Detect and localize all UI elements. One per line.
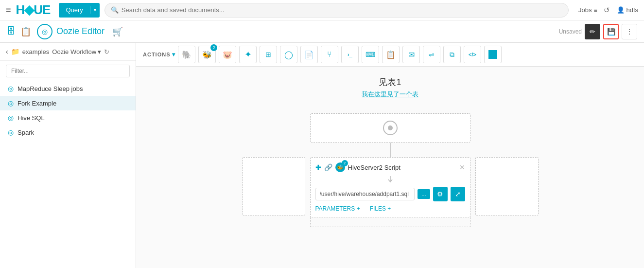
toolbar-pig-btn[interactable]: 🐷 [219,46,236,63]
copy-doc-icon[interactable]: 📋 [20,26,31,37]
query-button-label[interactable]: Query [59,6,90,14]
hive-link-icon[interactable]: 🔗 [324,163,332,171]
query-button[interactable]: Query ▾ [59,3,99,18]
sidebar-list: ◎ MapReduce Sleep jobs ◎ Fork Example ◎ … [0,81,136,140]
workflow-title: 见表1 [146,76,634,88]
fs-icon: ◯ [284,50,293,59]
hdfs-doc-icon: 📄 [304,50,314,59]
hive-path-input[interactable] [315,188,415,200]
nav-right: Jobs ≡ ↺ 👤 hdfs [578,6,638,15]
hive-badge: 2 [210,44,217,51]
sidebar-item-label-3: Spark [17,129,34,136]
workflow-subtitle[interactable]: 我在这里见了一个表 [146,90,634,99]
toolbar-shell-btn[interactable]: ›_ [341,46,359,63]
toolbar: ACTIONS ▾ 🐘 🐝 2 🐷 ✦ ⊞ [136,43,644,67]
sidebar-item-0[interactable]: ◎ MapReduce Sleep jobs [0,81,136,96]
start-circle-icon [383,121,398,135]
hive-files-link[interactable]: FILES + [370,205,391,212]
sidebar-item-2[interactable]: ◎ Hive SQL [0,110,136,125]
generic-code-icon: </> [469,52,476,57]
jobs-link[interactable]: Jobs ≡ [578,6,597,14]
toolbar-doc-btn[interactable]: 📋 [382,46,400,63]
more-options-button[interactable]: ⋮ [622,24,637,39]
breadcrumb: examples [22,48,50,55]
shopping-icon[interactable]: 🛒 [112,26,123,37]
bottom-connector [310,217,470,227]
toolbar-kill-btn[interactable] [484,46,502,63]
back-arrow-icon[interactable]: ‹ [6,48,8,55]
toolbar-fs-btn[interactable]: ◯ [280,46,297,63]
toolbar-distcp-btn[interactable]: ⊞ [260,46,277,63]
git-fork-icon: ⑂ [327,50,332,59]
toolbar-ssh-btn[interactable]: ⌨ [362,46,379,63]
filter-input[interactable] [6,65,130,77]
hive-parameters-link[interactable]: PARAMETERS + [315,205,360,212]
refresh-icon[interactable]: ↻ [104,48,109,55]
oozie-workflow-icon: ◎ [37,24,52,39]
hamburger-icon[interactable]: ≡ [6,5,11,15]
mr-elephant-icon: 🐘 [182,50,191,59]
toolbar-subwf-btn[interactable]: ⇌ [423,46,440,63]
toolbar-copy-btn[interactable]: ⧉ [443,46,461,63]
sidebar-item-label-1: Fork Example [17,100,56,107]
actions-chevron: ▾ [172,51,175,58]
hive-close-icon[interactable]: ✕ [459,163,465,171]
content-area: ACTIONS ▾ 🐘 🐝 2 🐷 ✦ ⊞ [136,43,644,268]
save-button[interactable]: 💾 [603,24,619,39]
unsaved-label: Unsaved [559,28,582,35]
sidebar-item-icon-0: ◎ [8,85,14,92]
ssh-keyboard-icon: ⌨ [366,51,375,58]
hive-server-node: ✚ 🔗 🐝 2 HiveServer2 Script ✕ [310,157,470,217]
sidebar-item-icon-2: ◎ [8,114,14,122]
user-icon: 👤 [617,6,625,14]
actions-button[interactable]: ACTIONS ▾ [143,51,175,58]
fork-left-node [242,157,305,215]
edit-button[interactable]: ✏ [585,24,600,39]
search-input[interactable] [122,6,562,14]
search-bar: 🔍 [104,3,569,18]
database-icon[interactable]: 🗄 [7,26,16,37]
toolbar-email-btn[interactable]: ✉ [402,46,420,63]
toolbar-hive-btn[interactable]: 🐝 2 [198,46,216,63]
toolbar-git-btn[interactable]: ⑂ [321,46,338,63]
folder-icon: 📁 [11,48,19,55]
fork-right-node [475,157,539,215]
history-icon[interactable]: ↺ [604,6,610,15]
hive-arrow-icon [385,176,395,184]
second-bar-right: Unsaved ✏ 💾 ⋮ [559,24,637,39]
hive-type-badge: 2 [342,160,348,166]
canvas: 见表1 我在这里见了一个表 [136,67,644,261]
hive-bee-icon: 🐝 [202,50,212,59]
hive-path-browse-btn[interactable]: ... [418,189,430,199]
toolbar-hdfs-btn[interactable]: 📄 [300,46,318,63]
oozie-editor-title: Oozie Editor [56,26,104,36]
kill-icon [488,50,497,59]
hive-expand-btn[interactable]: ⤢ [451,187,465,201]
sidebar-item-icon-1: ◎ [8,99,14,107]
toolbar-spark-btn[interactable]: ✦ [239,46,257,63]
hive-settings-btn[interactable]: ⚙ [433,187,448,201]
logo: H◆UE [16,2,51,18]
second-bar-icons: 🗄 📋 [7,26,31,37]
start-dot [388,125,393,130]
pig-icon: 🐷 [223,50,232,59]
copy-icon: ⧉ [450,51,454,59]
sidebar-item-label-0: MapReduce Sleep jobs [17,85,83,92]
toolbar-generic-btn[interactable]: </> [464,46,481,63]
hive-add-icon[interactable]: ✚ [315,163,321,171]
sidebar-nav: ‹ 📁 examples Oozie Workflow ▾ ↻ [0,43,136,61]
start-node [310,113,470,143]
shell-icon: ›_ [348,52,352,57]
actions-label: ACTIONS [143,52,171,57]
query-dropdown-arrow[interactable]: ▾ [90,7,100,13]
toolbar-mr-btn[interactable]: 🐘 [178,46,195,63]
sidebar-item-3[interactable]: ◎ Spark [0,125,136,140]
distcp-icon: ⊞ [265,51,271,58]
hive-node-title: HiveServer2 Script [348,164,400,171]
user-link[interactable]: 👤 hdfs [617,6,638,14]
workflow-link[interactable]: Oozie Workflow ▾ [52,48,101,55]
sidebar-item-1[interactable]: ◎ Fork Example [0,96,136,110]
logo-text: H◆UE [16,2,51,18]
jobs-list-icon: ≡ [593,7,597,14]
top-nav: ≡ H◆UE Query ▾ 🔍 Jobs ≡ ↺ 👤 hdfs [0,0,644,20]
